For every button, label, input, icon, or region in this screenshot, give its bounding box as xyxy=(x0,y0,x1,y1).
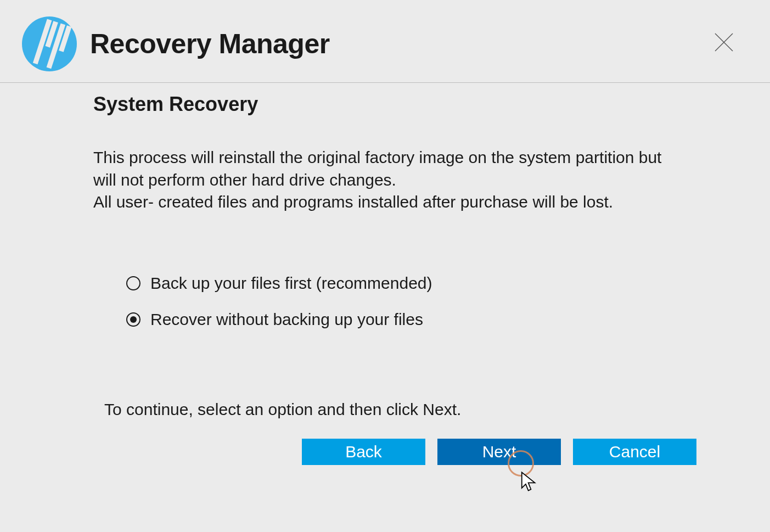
radio-checked-icon xyxy=(126,312,140,327)
page-body: System Recovery This process will reinst… xyxy=(0,83,770,465)
close-icon xyxy=(713,31,735,55)
svg-point-5 xyxy=(22,16,77,71)
option-label: Back up your files first (recommended) xyxy=(150,274,432,293)
app-title: Recovery Manager xyxy=(90,28,330,60)
options-group: Back up your files first (recommended) R… xyxy=(93,274,737,329)
hp-logo-icon xyxy=(22,16,77,71)
button-row: Back Next Cancel xyxy=(93,439,737,465)
option-label: Recover without backing up your files xyxy=(150,310,423,329)
page-title: System Recovery xyxy=(93,93,737,116)
description-line: All user- created files and programs ins… xyxy=(93,193,613,211)
header: Recovery Manager xyxy=(0,0,770,83)
close-button[interactable] xyxy=(711,30,737,57)
cancel-button[interactable]: Cancel xyxy=(573,439,696,465)
next-button[interactable]: Next xyxy=(437,439,561,465)
back-button[interactable]: Back xyxy=(302,439,425,465)
hint-text: To continue, select an option and then c… xyxy=(93,400,737,419)
radio-unchecked-icon xyxy=(126,276,140,290)
svg-marker-8 xyxy=(522,472,535,490)
description-line: This process will reinstall the original… xyxy=(93,148,661,189)
cursor-icon xyxy=(519,471,540,492)
description-text: This process will reinstall the original… xyxy=(93,147,675,214)
option-recover-without-backup[interactable]: Recover without backing up your files xyxy=(126,310,737,329)
option-backup-first[interactable]: Back up your files first (recommended) xyxy=(126,274,737,293)
